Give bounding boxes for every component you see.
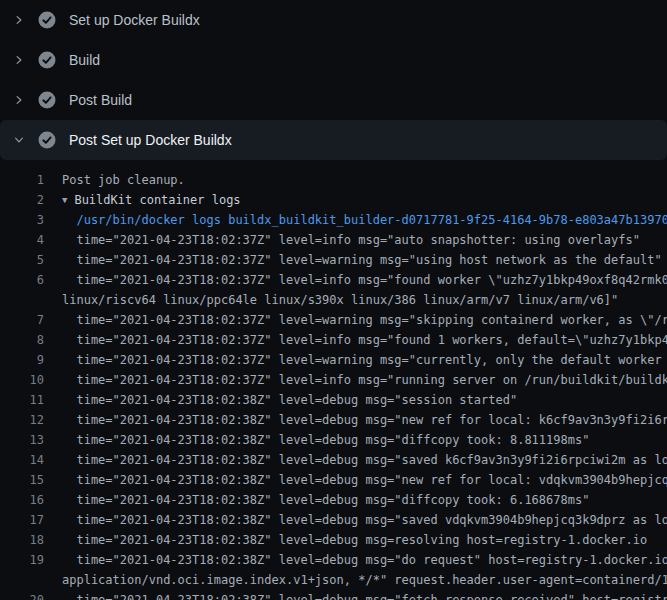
log-line-text: time="2021-04-23T18:02:38Z" level=debug …: [62, 510, 667, 530]
log-line-number[interactable]: 2: [0, 190, 44, 210]
log-line: 20 ▼ time="2021-04-23T18:02:38Z" level=d…: [0, 590, 667, 600]
log-line: 11 ▼ time="2021-04-23T18:02:38Z" level=d…: [0, 390, 667, 410]
log-line: 2 ▼ BuildKit container logs: [0, 190, 667, 210]
log-line: 16 ▼ time="2021-04-23T18:02:38Z" level=d…: [0, 490, 667, 510]
log-line-text: time="2021-04-23T18:02:38Z" level=debug …: [62, 470, 667, 490]
log-line-text: time="2021-04-23T18:02:38Z" level=debug …: [62, 390, 517, 410]
log-line-number[interactable]: 17: [0, 510, 44, 530]
log-line: 1 ▼ Post job cleanup.: [0, 170, 667, 190]
log-line: 13 ▼ time="2021-04-23T18:02:38Z" level=d…: [0, 430, 667, 450]
log-line: 18 ▼ time="2021-04-23T18:02:38Z" level=d…: [0, 530, 667, 550]
log-line-number[interactable]: 20: [0, 590, 44, 600]
log-viewer: 1 ▼ Post job cleanup. 2 ▼ BuildKit conta…: [0, 160, 667, 600]
step-row-1[interactable]: Build: [0, 40, 667, 80]
success-check-icon: [38, 11, 56, 29]
log-line: 10 ▼ time="2021-04-23T18:02:37Z" level=i…: [0, 370, 667, 390]
log-line-text: time="2021-04-23T18:02:37Z" level=info m…: [62, 230, 640, 250]
step-label: Build: [69, 52, 100, 68]
log-line-number[interactable]: 18: [0, 530, 44, 550]
log-line-number[interactable]: 6: [0, 270, 44, 290]
success-check-icon: [38, 131, 56, 149]
chevron-right-icon[interactable]: [12, 52, 26, 68]
log-line-text: time="2021-04-23T18:02:38Z" level=debug …: [62, 450, 667, 470]
log-line-number[interactable]: 12: [0, 410, 44, 430]
log-line-text: time="2021-04-23T18:02:37Z" level=info m…: [62, 330, 667, 350]
log-line-text: time="2021-04-23T18:02:38Z" level=debug …: [62, 550, 667, 570]
log-line: 14 ▼ time="2021-04-23T18:02:38Z" level=d…: [0, 450, 667, 470]
log-line-text: time="2021-04-23T18:02:38Z" level=debug …: [62, 590, 667, 600]
log-line-number[interactable]: [0, 570, 44, 590]
log-line-text: time="2021-04-23T18:02:37Z" level=warnin…: [62, 250, 662, 270]
log-line: 19 ▼ time="2021-04-23T18:02:38Z" level=d…: [0, 550, 667, 570]
log-line-text: time="2021-04-23T18:02:37Z" level=warnin…: [62, 350, 667, 370]
log-line-text: time="2021-04-23T18:02:37Z" level=info m…: [62, 270, 667, 290]
log-line: 3 ▼ /usr/bin/docker logs buildx_buildkit…: [0, 210, 667, 230]
log-line-text: Post job cleanup.: [62, 170, 185, 190]
log-line-text: time="2021-04-23T18:02:38Z" level=debug …: [62, 410, 667, 430]
log-line-number[interactable]: 10: [0, 370, 44, 390]
log-line-text: application/vnd.oci.image.index.v1+json,…: [62, 570, 667, 590]
log-line-text: time="2021-04-23T18:02:37Z" level=info m…: [62, 370, 667, 390]
log-line-text: /usr/bin/docker logs buildx_buildkit_bui…: [62, 210, 667, 230]
log-line-text: BuildKit container logs: [74, 190, 240, 210]
log-line: 12 ▼ time="2021-04-23T18:02:38Z" level=d…: [0, 410, 667, 430]
log-line-number[interactable]: 8: [0, 330, 44, 350]
success-check-icon: [38, 91, 56, 109]
log-line: ▼ application/vnd.oci.image.index.v1+jso…: [0, 570, 667, 590]
log-line: 4 ▼ time="2021-04-23T18:02:37Z" level=in…: [0, 230, 667, 250]
success-check-icon: [38, 51, 56, 69]
job-steps-list: Set up Docker Buildx Build P: [0, 0, 667, 160]
chevron-right-icon[interactable]: [12, 12, 26, 28]
log-line: 9 ▼ time="2021-04-23T18:02:37Z" level=wa…: [0, 350, 667, 370]
step-label: Set up Docker Buildx: [69, 12, 200, 28]
log-line-text: time="2021-04-23T18:02:37Z" level=warnin…: [62, 310, 667, 330]
step-row-0[interactable]: Set up Docker Buildx: [0, 0, 667, 40]
log-line-number[interactable]: 11: [0, 390, 44, 410]
chevron-right-icon[interactable]: [12, 92, 26, 108]
log-line-number[interactable]: 15: [0, 470, 44, 490]
log-line: 5 ▼ time="2021-04-23T18:02:37Z" level=wa…: [0, 250, 667, 270]
step-row-3[interactable]: Post Set up Docker Buildx: [0, 120, 667, 160]
log-line: 15 ▼ time="2021-04-23T18:02:38Z" level=d…: [0, 470, 667, 490]
log-line-number[interactable]: 16: [0, 490, 44, 510]
log-line-number[interactable]: 5: [0, 250, 44, 270]
log-line: ▼ linux/riscv64 linux/ppc64le linux/s390…: [0, 290, 667, 310]
log-line-text: time="2021-04-23T18:02:38Z" level=debug …: [62, 530, 647, 550]
group-collapse-icon[interactable]: ▼: [62, 190, 67, 210]
log-line-number[interactable]: 4: [0, 230, 44, 250]
chevron-down-icon[interactable]: [12, 132, 26, 148]
log-line-number[interactable]: 13: [0, 430, 44, 450]
log-line-number[interactable]: 19: [0, 550, 44, 570]
log-line-number[interactable]: 3: [0, 210, 44, 230]
log-line: 7 ▼ time="2021-04-23T18:02:37Z" level=wa…: [0, 310, 667, 330]
log-line-number[interactable]: 7: [0, 310, 44, 330]
log-line: 8 ▼ time="2021-04-23T18:02:37Z" level=in…: [0, 330, 667, 350]
log-line-number[interactable]: 14: [0, 450, 44, 470]
log-line-number[interactable]: [0, 290, 44, 310]
step-label: Post Build: [69, 92, 132, 108]
log-line-number[interactable]: 1: [0, 170, 44, 190]
log-line: 17 ▼ time="2021-04-23T18:02:38Z" level=d…: [0, 510, 667, 530]
log-line-number[interactable]: 9: [0, 350, 44, 370]
log-line-text: time="2021-04-23T18:02:38Z" level=debug …: [62, 430, 589, 450]
step-row-2[interactable]: Post Build: [0, 80, 667, 120]
log-line: 6 ▼ time="2021-04-23T18:02:37Z" level=in…: [0, 270, 667, 290]
step-label: Post Set up Docker Buildx: [69, 132, 232, 148]
log-line-text: linux/riscv64 linux/ppc64le linux/s390x …: [62, 290, 618, 310]
log-line-text: time="2021-04-23T18:02:38Z" level=debug …: [62, 490, 589, 510]
